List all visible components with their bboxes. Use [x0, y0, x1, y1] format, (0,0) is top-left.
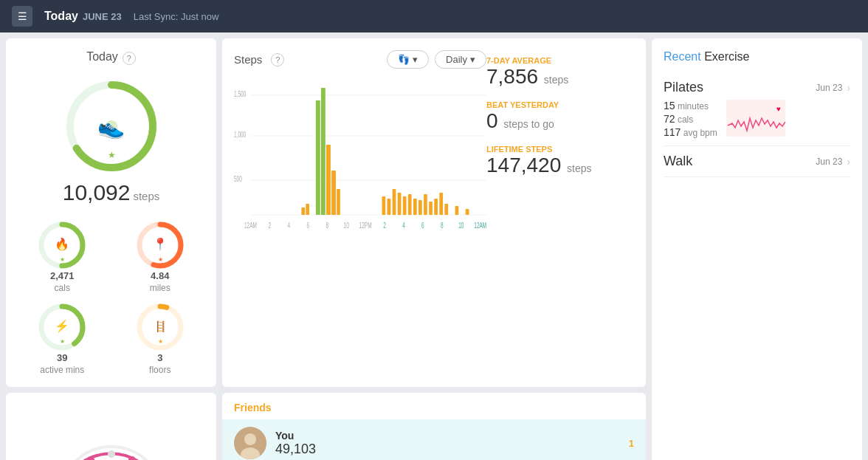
- steps-count: 10,092: [63, 180, 131, 205]
- svg-rect-45: [331, 171, 336, 215]
- svg-text:🔥: 🔥: [55, 237, 69, 251]
- svg-text:🪜: 🪜: [154, 320, 167, 333]
- device-selector[interactable]: 👣 ▾: [387, 50, 429, 69]
- svg-text:4: 4: [402, 221, 405, 230]
- friend-info-you: You 49,103: [275, 430, 620, 457]
- beat-yesterday-unit: steps to go: [503, 118, 554, 130]
- steps-help[interactable]: ?: [271, 53, 284, 66]
- today-help[interactable]: ?: [123, 52, 136, 65]
- svg-rect-52: [408, 194, 412, 215]
- header: ☰ Today JUNE 23 Last Sync: Just now: [0, 0, 868, 32]
- seven-day-value: 7,856: [486, 65, 538, 88]
- svg-text:10: 10: [458, 221, 464, 230]
- last-sync: Last Sync: Just now: [134, 11, 219, 22]
- svg-rect-60: [455, 206, 459, 215]
- svg-rect-49: [393, 189, 396, 215]
- pilates-date: Jun 23: [816, 83, 842, 93]
- svg-point-73: [244, 433, 256, 445]
- svg-rect-48: [388, 199, 391, 215]
- cals-label: cals: [55, 283, 70, 293]
- cals-stat: 🔥 ★ 2,471 cals: [18, 220, 107, 293]
- svg-text:2: 2: [383, 221, 386, 230]
- svg-rect-43: [321, 88, 326, 215]
- svg-text:8: 8: [326, 221, 328, 230]
- miles-value: 4.84: [151, 270, 169, 281]
- svg-rect-58: [439, 193, 443, 215]
- svg-rect-40: [301, 207, 305, 215]
- friend-item-you: You 49,103 1: [222, 419, 646, 460]
- chevron-down-icon: ▾: [413, 54, 418, 65]
- chevron-down-icon-2: ▾: [470, 54, 475, 65]
- pilates-chevron: ›: [847, 82, 850, 94]
- svg-rect-41: [306, 204, 309, 215]
- exercise-title: Recent Exercise: [664, 50, 850, 63]
- svg-text:★: ★: [107, 150, 115, 160]
- steps-chart-stats: 7-Day Average 7,856 steps Beat Yesterday…: [486, 50, 634, 237]
- friends-card: Friends You 49,103 1: [222, 393, 646, 460]
- main-grid: Today ? ★ 👟 10,092 steps: [0, 32, 868, 460]
- exercise-item-walk[interactable]: Walk Jun 23 ›: [664, 146, 850, 177]
- friends-title: Friends: [222, 393, 646, 419]
- menu-icon[interactable]: ☰: [12, 6, 32, 27]
- lifetime-value: 147,420: [486, 154, 561, 176]
- svg-rect-50: [398, 193, 402, 215]
- svg-rect-42: [316, 100, 320, 215]
- svg-text:📍: 📍: [153, 237, 168, 251]
- friend-rank-you: 1: [629, 438, 634, 449]
- svg-text:8: 8: [441, 221, 444, 230]
- active-mins-value: 39: [57, 352, 67, 363]
- svg-text:♥: ♥: [776, 105, 781, 113]
- svg-rect-57: [434, 199, 438, 215]
- svg-text:★: ★: [60, 338, 65, 345]
- seven-day-label: 7-Day Average: [486, 56, 634, 65]
- stats-grid: 🔥 ★ 2,471 cals 📍 ★: [18, 220, 204, 375]
- svg-rect-54: [418, 200, 422, 215]
- pilates-bpm: 117 avg bpm: [664, 126, 717, 138]
- svg-rect-47: [382, 196, 385, 215]
- exercise-card: Recent Exercise Pilates Jun 23 › 15 minu…: [652, 38, 862, 460]
- svg-point-67: [108, 450, 115, 458]
- today-title: Today: [86, 50, 118, 63]
- walk-chevron: ›: [847, 156, 850, 168]
- svg-text:6: 6: [421, 221, 424, 230]
- svg-text:10: 10: [344, 221, 349, 230]
- pilates-cals: 72 cals: [664, 113, 717, 125]
- friend-steps-you: 49,103: [275, 442, 620, 457]
- steps-unit: steps: [133, 190, 159, 202]
- exercise-item-pilates[interactable]: Pilates Jun 23 › 15 minutes 72 cals 117 …: [664, 72, 850, 146]
- svg-rect-51: [403, 196, 407, 215]
- svg-text:★: ★: [157, 256, 162, 263]
- steps-card: Steps ? 👣 ▾ Daily ▾: [222, 38, 646, 387]
- friend-avatar-you: [234, 427, 266, 459]
- svg-text:★: ★: [60, 256, 65, 263]
- svg-text:1,000: 1,000: [234, 130, 246, 139]
- svg-rect-56: [429, 202, 433, 215]
- svg-rect-55: [424, 194, 427, 215]
- header-title: Today: [44, 10, 78, 23]
- svg-rect-46: [337, 189, 340, 215]
- walk-date: Jun 23: [816, 157, 842, 167]
- miles-label: miles: [150, 283, 170, 293]
- exercise-name-pilates: Pilates: [664, 80, 703, 95]
- pilates-minutes: 15 minutes: [664, 100, 717, 111]
- beat-yesterday-label: Beat Yesterday: [486, 100, 634, 109]
- lifetime-unit: steps: [567, 162, 591, 174]
- steps-chart-area: 1,500 1,000 500 12AM 2 4 6 8: [234, 75, 486, 237]
- steps-ring: ★ 👟: [63, 78, 159, 174]
- svg-rect-44: [326, 145, 331, 215]
- period-selector[interactable]: Daily ▾: [435, 50, 486, 69]
- exercise-name-walk: Walk: [664, 154, 692, 169]
- sleep-arc-svg: 🕺: [45, 432, 178, 460]
- floors-label: floors: [149, 365, 170, 375]
- svg-text:★: ★: [157, 338, 162, 345]
- svg-rect-59: [444, 204, 448, 215]
- svg-text:4: 4: [287, 221, 290, 230]
- cals-value: 2,471: [50, 270, 75, 281]
- svg-text:1,500: 1,500: [234, 89, 246, 98]
- footprint-icon: 👣: [398, 54, 410, 65]
- miles-stat: 📍 ★ 4.84 miles: [116, 220, 205, 293]
- svg-text:12AM: 12AM: [474, 221, 486, 230]
- today-card: Today ? ★ 👟 10,092 steps: [6, 38, 216, 387]
- beat-yesterday-value: 0: [486, 109, 498, 132]
- svg-rect-53: [413, 199, 417, 215]
